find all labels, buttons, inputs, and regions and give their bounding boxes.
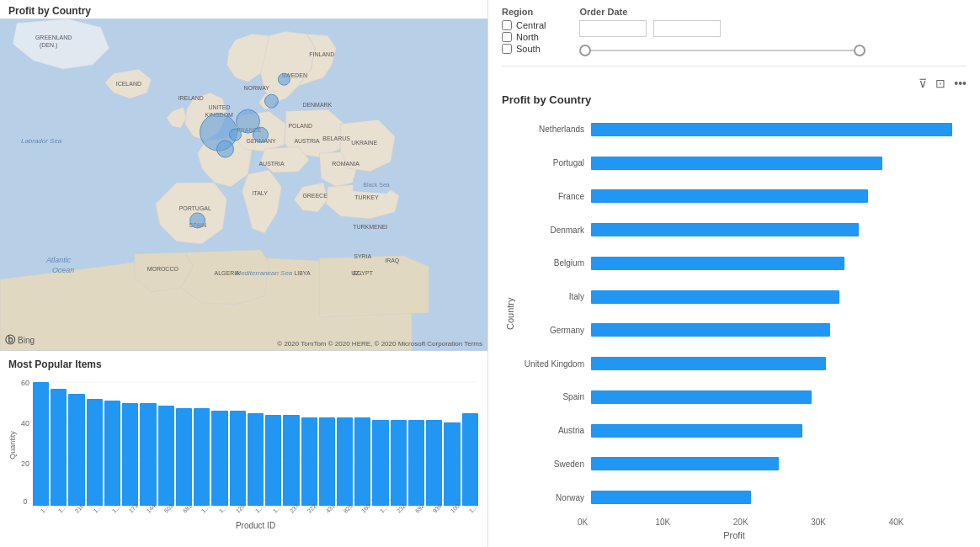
map-container[interactable]: Labrador Sea Atlantic Ocean Black Sea Me… [0,19,487,351]
svg-text:UNITED: UNITED [209,104,231,110]
bar-item: 222 [301,374,317,517]
svg-text:0: 0 [23,497,27,506]
bar-item: 1... [248,374,264,517]
region-label: Region [502,7,546,17]
h-bar-track [591,390,967,404]
central-label: Central [516,20,546,30]
date-from-input[interactable]: 1/1/2015 [579,20,647,37]
popular-items-x-label: Product ID [8,521,479,530]
svg-text:MOROCCO: MOROCCO [147,266,179,272]
slider-thumb-left[interactable] [579,45,591,56]
svg-text:ALGERIA: ALGERIA [215,270,241,276]
south-label: South [516,44,541,54]
h-bar-row: Portugal [515,154,967,173]
h-bar-fill [591,457,779,470]
svg-text:Black Sea: Black Sea [363,182,390,188]
toolbar-row: ⊽ ⊡ ••• [502,73,967,93]
bar-item: 129 [230,374,246,517]
country-label: Austria [515,426,591,435]
country-label: Sweden [515,459,591,469]
svg-text:20: 20 [21,459,29,468]
h-bar-track [591,424,967,438]
bar-chart-section: Most Popular Items 60 40 20 0 Quantity [0,353,487,547]
country-label: France [515,192,591,201]
north-label: North [516,32,539,42]
popular-items-title: Most Popular Items [8,358,479,370]
bar-item: 173 [122,374,138,517]
bars-overlay: 1...1...2161...1...1731445036811...1...1… [32,374,479,517]
h-bar-fill [591,157,882,170]
country-label: Norway [515,493,591,502]
h-bar-track [591,223,967,236]
map-section: Profit by Country [0,0,487,353]
date-slider[interactable] [579,42,865,59]
x-tick: 20K [733,518,811,527]
svg-text:TURKMENEI: TURKMENEI [353,224,387,230]
svg-text:IRELAND: IRELAND [178,95,204,101]
h-chart-content: NetherlandsPortugalFranceDenmarkBelgiumI… [515,113,967,514]
h-bar-row: France [515,187,967,205]
map-title: Profit by Country [0,0,487,19]
h-bar-fill [591,424,802,438]
svg-point-42 [278,73,290,85]
region-central[interactable]: Central [502,20,546,30]
more-options-icon[interactable]: ••• [954,77,967,90]
bar-item: 939 [426,374,442,517]
h-bar-track [591,491,967,504]
region-south[interactable]: South [502,44,546,54]
bar-item: 216 [68,374,84,517]
h-bar-track [591,123,967,136]
h-bar-fill [591,357,826,370]
slider-thumb-right[interactable] [854,45,865,56]
x-tick: 0K [578,518,655,527]
filter-icon[interactable]: ⊽ [919,77,927,90]
svg-text:FINLAND: FINLAND [309,51,334,57]
svg-text:Quantity: Quantity [8,431,17,459]
region-north[interactable]: North [502,32,546,42]
bar-item: 503 [158,374,174,517]
filters-row: Region Central North South Order Date 1/… [502,7,967,66]
x-axis-ticks: 0K10K20K30K40K [502,518,967,527]
h-bar-track [591,189,967,203]
date-filter: Order Date 1/1/2015 12/31/2018 [579,7,865,59]
svg-point-44 [230,129,242,141]
north-checkbox[interactable] [502,32,512,42]
svg-text:GREENLAND: GREENLAND [35,35,72,40]
svg-text:Atlantic: Atlantic [45,256,72,264]
svg-text:TURKEY: TURKEY [354,194,379,200]
date-to-input[interactable]: 12/31/2018 [653,20,721,37]
h-bar-track [591,357,967,370]
expand-icon[interactable]: ⊡ [935,77,945,90]
country-label: Netherlands [515,125,591,134]
bar-item: 232 [391,374,407,517]
svg-text:SYRIA: SYRIA [354,253,371,259]
country-label: Spain [515,392,591,401]
bing-label: Bing [18,336,35,345]
map-svg: Labrador Sea Atlantic Ocean Black Sea Me… [0,19,487,351]
h-bar-track [591,290,967,304]
profit-y-axis-label: Country [502,113,515,514]
svg-text:ITALY: ITALY [252,190,268,196]
h-bar-track [591,157,967,170]
x-tick: 30K [811,518,888,527]
h-bar-fill [591,491,751,504]
south-checkbox[interactable] [502,44,512,54]
h-chart-area: Country NetherlandsPortugalFranceDenmark… [502,113,967,514]
svg-point-41 [253,127,268,142]
x-tick: 10K [655,518,732,527]
country-label: Portugal [515,158,591,167]
svg-text:PORTUGAL: PORTUGAL [179,205,211,211]
bing-watermark: ⓑ Bing [5,333,35,348]
svg-text:GREECE: GREECE [302,193,328,199]
h-bar-fill [591,257,844,270]
bar-item: 1... [194,374,210,517]
bar-item: 1... [265,374,281,517]
h-bar-row: Norway [515,488,967,507]
central-checkbox[interactable] [502,20,512,30]
svg-text:BELARUS: BELARUS [322,135,350,141]
profit-chart: Profit by Country Country NetherlandsPor… [502,93,967,540]
svg-point-43 [190,213,205,228]
h-bar-row: Sweden [515,454,967,473]
svg-point-40 [264,94,278,108]
svg-text:AUSTRIA: AUSTRIA [294,138,320,144]
